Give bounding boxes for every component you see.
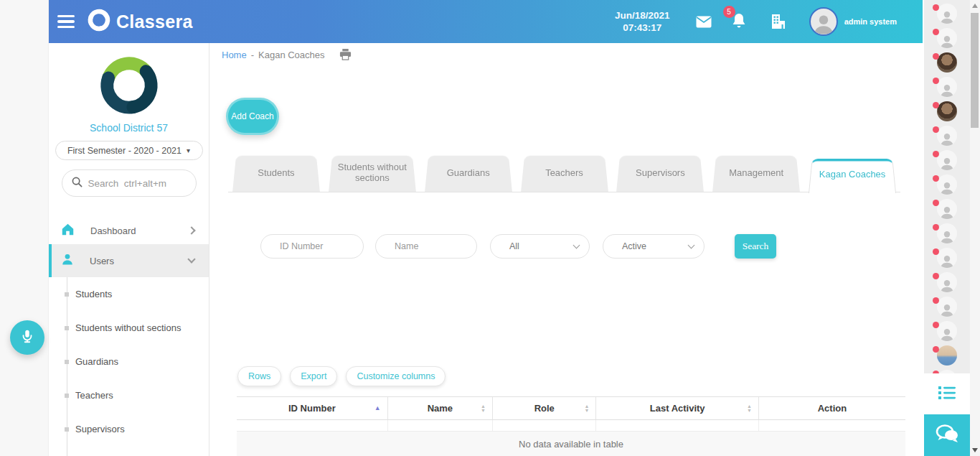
online-status-dot <box>933 126 939 133</box>
online-user-avatar[interactable] <box>937 126 957 146</box>
sidebar-subitem-teachers[interactable]: Teachers <box>49 378 209 412</box>
sidebar-nav: Dashboard Users <box>49 217 209 277</box>
online-user-avatar[interactable] <box>937 321 957 341</box>
user-list-panel-button[interactable] <box>924 373 970 414</box>
sidebar-subitem-students-without-sections[interactable]: Students without sections <box>49 311 209 345</box>
search-input[interactable] <box>88 178 189 189</box>
online-status-dot <box>933 175 939 182</box>
scroll-up-arrow-icon[interactable] <box>972 4 978 8</box>
tab-kagan-coaches[interactable]: Kagan Coaches <box>809 156 896 192</box>
role-select-value: All <box>509 241 519 251</box>
name-input[interactable] <box>375 234 477 259</box>
buildings-icon[interactable] <box>769 13 786 30</box>
page-scrollbar[interactable] <box>970 0 980 456</box>
online-user-avatar[interactable] <box>937 199 957 219</box>
customize-columns-button[interactable]: Customize columns <box>346 366 446 386</box>
tab-supervisors[interactable]: Supervisors <box>616 152 704 192</box>
school-name[interactable]: School District 57 <box>49 122 209 134</box>
status-select[interactable]: Active <box>603 234 705 259</box>
id-number-input[interactable] <box>260 234 364 259</box>
coaches-table: ID Number ▲ Name ▲▼ Role ▲▼ Last Activit… <box>237 396 905 456</box>
online-user-avatar[interactable] <box>937 28 957 48</box>
online-user-avatar[interactable] <box>937 175 957 195</box>
breadcrumb-current: Kagan Coaches <box>258 50 325 60</box>
top-bar: Classera Jun/18/2021 07:43:17 5 <box>49 0 923 43</box>
empty-cell <box>595 420 758 431</box>
user-avatar[interactable] <box>809 7 838 36</box>
semester-label: First Semester - 2020 - 2021 <box>67 146 182 156</box>
table-empty-message: No data available in table <box>237 432 905 456</box>
column-header-id-number[interactable]: ID Number ▲ <box>237 397 387 419</box>
online-status-dot <box>933 346 939 353</box>
sidebar-search[interactable] <box>62 169 197 197</box>
tab-management[interactable]: Management <box>712 152 800 192</box>
online-status-dot <box>933 102 939 108</box>
app: Classera Jun/18/2021 07:43:17 5 <box>0 0 980 456</box>
chevron-down-icon <box>688 242 695 249</box>
online-user-avatar[interactable] <box>937 77 957 97</box>
time-text: 07:43:17 <box>615 22 670 34</box>
online-user-avatar[interactable] <box>937 345 957 366</box>
online-user-avatar[interactable] <box>937 297 957 317</box>
online-user-avatar[interactable] <box>937 272 957 292</box>
empty-cell <box>387 420 492 431</box>
notifications-bell-icon[interactable]: 5 <box>730 12 748 31</box>
user-name[interactable]: admin system <box>844 17 897 26</box>
online-user-avatar[interactable] <box>937 223 957 243</box>
semester-selector[interactable]: First Semester - 2020 - 2021 ▾ <box>55 141 203 160</box>
empty-cell <box>237 420 387 431</box>
bullet-icon <box>65 360 69 364</box>
brand-name: Classera <box>116 11 193 32</box>
online-user-avatar[interactable] <box>937 248 957 268</box>
tab-students-without-sections[interactable]: Students without sections <box>329 152 416 192</box>
online-status-dot <box>933 224 939 231</box>
school-logo <box>96 52 162 118</box>
microphone-button[interactable] <box>10 320 44 355</box>
scrollbar-thumb[interactable] <box>971 13 979 128</box>
presence-rail <box>924 0 970 456</box>
sidebar-subitem-supervisors[interactable]: Supervisors <box>49 412 209 446</box>
sidebar-item-dashboard[interactable]: Dashboard <box>49 217 209 244</box>
chevron-down-icon <box>187 255 195 263</box>
column-header-action[interactable]: Action <box>758 397 905 419</box>
chevron-down-icon: ▾ <box>187 146 190 154</box>
filter-bar: All Active Search <box>209 234 923 259</box>
column-header-name[interactable]: Name ▲▼ <box>387 397 492 419</box>
sidebar-subitem-students[interactable]: Students <box>49 277 209 311</box>
microphone-icon <box>19 328 35 347</box>
add-coach-button[interactable]: Add Coach <box>226 98 279 135</box>
column-header-last-activity[interactable]: Last Activity ▲▼ <box>595 397 758 419</box>
user-icon <box>61 253 74 269</box>
online-status-dot <box>933 29 939 35</box>
chat-panel-button[interactable] <box>924 414 970 456</box>
chevron-down-icon <box>573 242 580 249</box>
rows-button[interactable]: Rows <box>237 366 281 386</box>
search-button[interactable]: Search <box>735 234 776 259</box>
column-header-role[interactable]: Role ▲▼ <box>492 397 595 419</box>
mail-icon[interactable] <box>696 16 712 28</box>
empty-cell <box>758 420 905 431</box>
print-icon[interactable] <box>339 49 352 60</box>
export-button[interactable]: Export <box>290 366 337 386</box>
role-select[interactable]: All <box>490 234 590 259</box>
online-users-list <box>924 4 970 394</box>
sidebar-subitem-guardians[interactable]: Guardians <box>49 345 209 378</box>
tab-guardians[interactable]: Guardians <box>425 152 512 192</box>
tabs: Students Students without sections Guard… <box>228 152 900 192</box>
table-toolbar: Rows Export Customize columns <box>237 366 454 386</box>
online-user-avatar[interactable] <box>937 150 957 170</box>
tab-teachers[interactable]: Teachers <box>521 152 608 192</box>
tab-students[interactable]: Students <box>232 152 320 192</box>
bullet-icon <box>65 326 69 330</box>
brand[interactable]: Classera <box>86 7 193 36</box>
online-user-avatar[interactable] <box>937 101 957 121</box>
online-user-avatar[interactable] <box>937 4 957 24</box>
breadcrumb-home-link[interactable]: Home <box>222 50 247 60</box>
scroll-down-arrow-icon[interactable] <box>972 448 978 452</box>
menu-icon[interactable] <box>57 15 75 28</box>
main-content: Home - Kagan Coaches Add Coach Students … <box>209 43 923 456</box>
online-user-avatar[interactable] <box>937 52 957 73</box>
table-header-row: ID Number ▲ Name ▲▼ Role ▲▼ Last Activit… <box>237 396 905 420</box>
online-status-dot <box>933 297 939 304</box>
sidebar-item-users[interactable]: Users <box>49 244 209 277</box>
